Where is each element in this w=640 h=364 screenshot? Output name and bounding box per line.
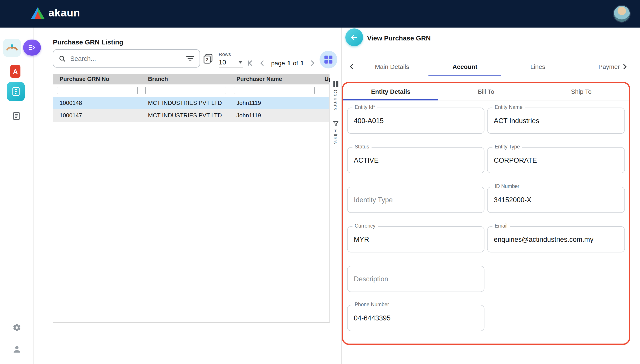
description-field[interactable]: Description (347, 266, 484, 292)
purchase-grn-table: Purchase GRN No Branch Purchaser Name Up… (53, 74, 330, 323)
field-placeholder-label: Description (354, 275, 388, 283)
funnel-icon[interactable] (333, 121, 338, 127)
subtab-label: Ship To (571, 88, 592, 95)
search-box (53, 49, 200, 68)
table-header-row: Purchase GRN No Branch Purchaser Name Up (53, 74, 329, 84)
tabs-strip: Main Details Account Lines Payment (356, 58, 620, 76)
sidebar-item-grn-module-active[interactable] (7, 82, 25, 101)
email-field[interactable]: Email enquiries@actindustries.com.my (487, 226, 625, 252)
tab-account[interactable]: Account (428, 58, 501, 76)
brand-name: akaun (48, 7, 80, 19)
id-number-field[interactable]: ID Number 34152000-X (487, 187, 625, 213)
account-subtabs: Entity Details Bill To Ship To (343, 83, 629, 100)
field-label: Currency (352, 223, 378, 228)
search-icon (59, 55, 66, 62)
field-value: ACTIVE (354, 156, 480, 164)
identity-type-field[interactable]: Identity Type (347, 187, 484, 213)
columns-icon[interactable] (332, 81, 339, 87)
brand-triangle-icon (31, 7, 44, 19)
rows-label: Rows (219, 52, 243, 57)
cell-grn-no: 1000148 (60, 97, 82, 109)
tab-lines[interactable]: Lines (501, 58, 574, 76)
tab-label: Account (452, 63, 477, 70)
filter-input-branch[interactable] (145, 87, 226, 94)
rows-per-page: Rows 10 (219, 52, 243, 68)
brand-logo: akaun (31, 7, 80, 19)
rows-per-page-select[interactable]: 10 (219, 58, 243, 68)
columns-toggle[interactable]: Columns (333, 90, 338, 110)
first-page-button[interactable] (245, 58, 255, 68)
filter-input-purchaser[interactable] (234, 87, 315, 94)
field-value: 34152000-X (494, 196, 621, 204)
chevron-right-icon (308, 59, 317, 68)
filter-input-grn-no[interactable] (57, 87, 138, 94)
tabs-scroll-left[interactable] (348, 63, 355, 70)
field-value: ACT Industries (494, 117, 621, 125)
grid-view-button[interactable] (320, 51, 337, 68)
first-page-icon (246, 59, 255, 68)
svg-text:2: 2 (206, 57, 208, 62)
filter-list-icon[interactable] (186, 55, 194, 62)
entity-name-field[interactable]: Entity Name ACT Industries (487, 108, 625, 134)
sidebar-item-settings[interactable] (12, 323, 21, 332)
field-value: MYR (354, 235, 480, 243)
gear-icon (12, 323, 21, 332)
entity-type-field[interactable]: Entity Type CORPORATE (487, 147, 625, 173)
status-field[interactable]: Status ACTIVE (347, 147, 484, 173)
sidebar-item-profile[interactable] (12, 344, 22, 354)
currency-field[interactable]: Currency MYR (347, 226, 484, 252)
total-pages: 1 (300, 60, 304, 67)
chevron-left-icon (258, 59, 267, 68)
column-header-grn-no[interactable]: Purchase GRN No (60, 74, 109, 84)
detail-tabs: Main Details Account Lines Payment (346, 58, 636, 76)
arrow-back-icon (350, 33, 359, 42)
cell-branch: MCT INDUSTRIES PVT LTD (148, 97, 222, 109)
entity-id-field[interactable]: Entity Id* 400-A015 (347, 108, 484, 134)
app-root: akaun A (0, 0, 640, 364)
pdf-icon: A (13, 68, 18, 75)
column-filter-row (53, 84, 329, 97)
document-list-icon (10, 86, 21, 97)
back-button[interactable] (345, 28, 363, 46)
tab-label: Main Details (375, 63, 409, 70)
field-placeholder-label: Identity Type (354, 196, 393, 204)
sidebar-item-listing[interactable] (12, 111, 21, 121)
cell-branch: MCT INDUSTRIES PVT LTD (148, 109, 222, 122)
subtab-entity-details[interactable]: Entity Details (343, 83, 438, 100)
hands-icon (5, 42, 19, 54)
list-icon (12, 111, 21, 121)
pagination: page 1 of 1 (245, 58, 330, 68)
of-word: of (293, 60, 298, 67)
subtab-label: Entity Details (371, 88, 410, 95)
tab-main-details[interactable]: Main Details (356, 58, 428, 76)
page-indicator: page 1 of 1 (271, 60, 304, 67)
tab-payment[interactable]: Payment (574, 58, 620, 76)
table-row[interactable]: 1000148 MCT INDUSTRIES PVT LTD John1119 (53, 97, 329, 109)
sidebar-item-pdf[interactable]: A (10, 65, 20, 78)
subtab-ship-to[interactable]: Ship To (534, 83, 629, 100)
filters-toggle[interactable]: Filters (333, 129, 338, 144)
sidebar-item-hands-module[interactable] (3, 39, 21, 57)
page-title: Purchase GRN Listing (53, 38, 123, 46)
table-row[interactable]: 1000147 MCT INDUSTRIES PVT LTD John1119 (53, 109, 329, 122)
pages-icon: 2 (203, 53, 213, 64)
column-header-branch[interactable]: Branch (148, 74, 168, 84)
column-header-purchaser[interactable]: Purchaser Name (236, 74, 282, 84)
user-avatar[interactable] (613, 5, 631, 23)
tabs-scroll-right[interactable] (621, 63, 628, 70)
cell-purchaser: John1119 (236, 97, 261, 109)
left-sidebar: A (0, 28, 34, 364)
field-label: Status (352, 144, 371, 149)
subtab-bill-to[interactable]: Bill To (438, 83, 534, 100)
field-label: Entity Name (492, 104, 525, 110)
duplicate-pages-button[interactable]: 2 (203, 53, 213, 66)
prev-page-button[interactable] (257, 58, 267, 68)
tab-label: Payment (598, 63, 620, 70)
next-page-button[interactable] (308, 58, 318, 68)
phone-number-field[interactable]: Phone Number 04-6443395 (347, 305, 484, 331)
search-input[interactable] (69, 54, 186, 62)
sidebar-expand-toggle[interactable] (23, 40, 41, 56)
top-navbar: akaun (0, 0, 640, 28)
field-label: Entity Id* (352, 104, 377, 110)
cell-grn-no: 1000147 (60, 109, 82, 122)
